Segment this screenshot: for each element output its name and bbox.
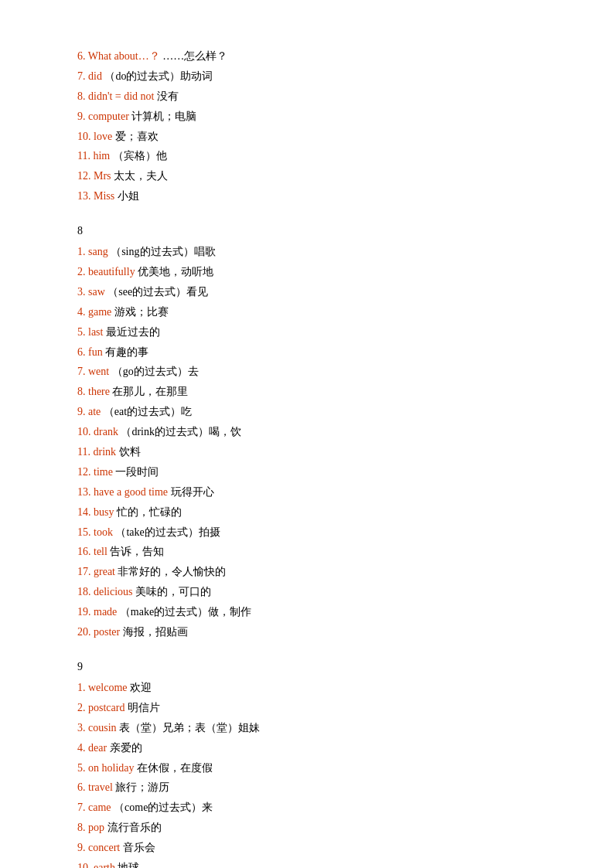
list-item: 9. computer 计算机；电脑	[77, 107, 552, 127]
list-item: 4. game 游戏；比赛	[77, 302, 552, 322]
list-item: 8. pop 流行音乐的	[77, 818, 552, 838]
list-item: 16. tell 告诉，告知	[77, 542, 552, 562]
list-item: 6. fun 有趣的事	[77, 342, 552, 363]
list-item: 10. earth 地球	[77, 858, 552, 868]
list-item: 7. came （come的过去式）来	[77, 798, 552, 818]
section-heading: 8	[77, 225, 552, 237]
list-item: 2. postcard 明信片	[77, 698, 552, 718]
list-item: 3. cousin 表（堂）兄弟；表（堂）姐妹	[77, 718, 552, 738]
list-item: 6. travel 旅行；游历	[77, 778, 552, 798]
page-content: 6. What about…？ ……怎么样？ 7. did （do的过去式）助动…	[77, 46, 552, 868]
section-9: 9 1. welcome 欢迎 2. postcard 明信片 3. cousi…	[77, 661, 552, 868]
list-item: 8. didn't = did not 没有	[77, 87, 552, 107]
list-item: 17. great 非常好的，令人愉快的	[77, 562, 552, 582]
list-item: 1. sang （sing的过去式）唱歌	[77, 242, 552, 262]
list-item: 13. have a good time 玩得开心	[77, 482, 552, 502]
list-item: 9. ate （eat的过去式）吃	[77, 402, 552, 422]
list-item: 12. time 一段时间	[77, 462, 552, 482]
list-item: 7. went （go的过去式）去	[77, 362, 552, 382]
list-item: 2. beautifully 优美地，动听地	[77, 262, 552, 282]
list-item: 9. concert 音乐会	[77, 838, 552, 858]
list-item: 10. love 爱；喜欢	[77, 127, 552, 147]
list-item: 3. saw （see的过去式）看见	[77, 282, 552, 302]
list-item: 13. Miss 小姐	[77, 186, 552, 206]
list-item: 19. made （make的过去式）做，制作	[77, 602, 552, 622]
section-heading: 9	[77, 661, 552, 673]
list-item: 20. poster 海报，招贴画	[77, 622, 552, 642]
list-item: 15. took （take的过去式）拍摄	[77, 523, 552, 543]
list-item: 1. welcome 欢迎	[77, 678, 552, 698]
list-item: 6. What about…？ ……怎么样？	[77, 46, 552, 66]
list-item: 5. last 最近过去的	[77, 322, 552, 342]
section-8: 8 1. sang （sing的过去式）唱歌 2. beautifully 优美…	[77, 225, 552, 642]
list-item: 11. drink 饮料	[77, 442, 552, 462]
list-item: 10. drank （drink的过去式）喝，饮	[77, 422, 552, 442]
list-item: 5. on holiday 在休假，在度假	[77, 758, 552, 778]
list-item: 11. him （宾格）他	[77, 146, 552, 166]
list-item: 7. did （do的过去式）助动词	[77, 66, 552, 87]
list-item: 4. dear 亲爱的	[77, 738, 552, 758]
list-item: 14. busy 忙的，忙碌的	[77, 502, 552, 523]
section-7-continued: 6. What about…？ ……怎么样？ 7. did （do的过去式）助动…	[77, 46, 552, 206]
list-item: 12. Mrs 太太，夫人	[77, 166, 552, 186]
list-item: 18. delicious 美味的，可口的	[77, 582, 552, 602]
list-item: 8. there 在那儿，在那里	[77, 382, 552, 402]
